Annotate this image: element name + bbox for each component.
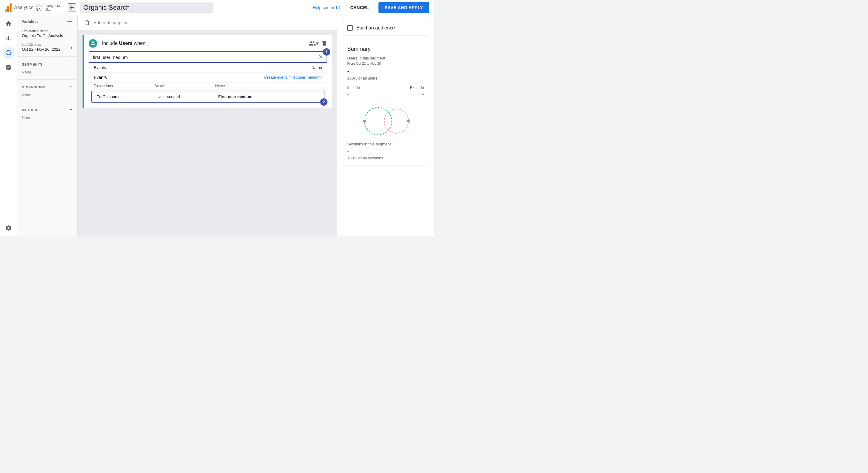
sessions-percent: 100% of all sessions	[347, 156, 424, 160]
variables-panel: Variables — Exploration Name: Organic Tr…	[17, 15, 78, 237]
events-section-label: Events	[94, 65, 106, 70]
metrics-section-header: METRICS +	[17, 105, 78, 115]
ga-bar-2	[7, 6, 9, 12]
svg-point-1	[365, 108, 392, 135]
sessions-section: Sessions in this segment - 100% of all s…	[347, 142, 424, 160]
include-section: Include Users when: ▾ ✕	[83, 35, 332, 108]
date-range-row: Last 30 days Oct 22 - Nov 20, 2022 ▾	[22, 43, 72, 52]
description-placeholder: Add a description	[93, 20, 129, 25]
ga-logo-area: Analytics GA4 - Google M... GA4 - G...	[5, 3, 63, 12]
header-actions: Help center CANCEL SAVE AND APPLY	[313, 2, 429, 13]
description-icon	[84, 20, 90, 26]
variables-title: Variables	[22, 20, 39, 23]
search-close-icon[interactable]: ✕	[318, 54, 323, 60]
exclude-value: -	[422, 91, 424, 98]
events-section-header: Events Name	[89, 63, 327, 72]
events-row[interactable]: Events Create event: "first user medium"	[89, 72, 327, 83]
dropdown-results: Events Name Events Create event: "first …	[89, 63, 327, 104]
ga-bar-1	[5, 9, 7, 12]
dimensions-label: DIMENSIONS	[22, 85, 45, 89]
segments-label: SEGMENTS	[22, 63, 42, 66]
traffic-source-category: Traffic source	[97, 94, 157, 99]
metrics-label: METRICS	[22, 108, 38, 112]
top-header: Analytics GA4 - Google M... GA4 - G... H…	[0, 0, 434, 15]
condition-search-input[interactable]	[93, 55, 318, 60]
date-range-section: Last 30 days Oct 22 - Nov 20, 2022 ▾	[17, 40, 78, 54]
search-input-wrapper: ✕ 1	[89, 51, 327, 63]
date-range-value: Oct 22 - Nov 20, 2022	[22, 47, 60, 52]
account-line2: GA4 - G...	[36, 8, 63, 11]
main-layout: Variables — Exploration Name: Organic Tr…	[0, 15, 434, 237]
back-button[interactable]	[68, 3, 76, 12]
main-content: Add a description Include Users when: ▾	[78, 15, 337, 237]
summary-title: Summary	[347, 46, 424, 52]
ga-bar-3	[10, 3, 11, 12]
help-center-link[interactable]: Help center	[313, 5, 341, 10]
dimensions-section-header: DIMENSIONS +	[17, 82, 78, 92]
back-arrow-icon	[68, 4, 75, 11]
scope-col-header: Scope	[154, 84, 215, 88]
segments-value: None	[17, 69, 78, 77]
nav-reports-icon[interactable]	[2, 32, 14, 44]
summary-box: Summary Users in this segment From Oct 2…	[342, 41, 429, 166]
add-dimension-icon[interactable]: +	[69, 84, 72, 90]
save-and-apply-button[interactable]: SAVE AND APPLY	[378, 2, 429, 13]
svg-point-2	[384, 109, 408, 133]
nav-explore-icon[interactable]	[2, 47, 14, 59]
include-header: Include Users when: ▾	[89, 39, 327, 48]
people-dropdown-button[interactable]: ▾	[309, 40, 319, 47]
users-percent: 100% of all users	[347, 76, 424, 81]
delete-condition-button[interactable]	[321, 40, 327, 47]
dimensions-col-headers: Dimensions Scope Name	[89, 83, 327, 90]
step-badge-1: 1	[323, 48, 330, 56]
nav-settings-icon[interactable]	[2, 222, 14, 234]
svg-point-3	[363, 120, 366, 123]
nav-advertising-icon[interactable]	[2, 61, 14, 73]
svg-point-4	[407, 120, 410, 123]
include-value: -	[347, 91, 349, 98]
traffic-source-scope: User-scoped	[157, 94, 218, 99]
add-metric-icon[interactable]: +	[69, 107, 72, 113]
ga-logo-bars	[5, 3, 11, 12]
add-segment-icon[interactable]: +	[69, 61, 72, 67]
create-event-link[interactable]: Create event: "first user medium"	[264, 75, 322, 80]
include-label: Include	[347, 85, 360, 90]
include-exclude-row: Include Exclude	[347, 85, 424, 90]
exploration-name-section: Exploration Name: Organic Traffic Analys…	[17, 27, 78, 40]
sessions-value: -	[347, 148, 424, 154]
segment-title-input[interactable]	[80, 2, 213, 13]
date-range-label: From Oct 22 to Nov 20	[347, 62, 424, 65]
svg-point-0	[6, 50, 10, 55]
venn-diagram	[347, 103, 424, 139]
segments-section-header: SEGMENTS +	[17, 59, 78, 69]
account-line1: GA4 - Google M...	[36, 4, 63, 8]
external-link-icon	[336, 5, 341, 10]
dimensions-col-header: Dimensions	[94, 84, 154, 88]
venn-svg	[355, 105, 416, 138]
dimension-name-col-header: Name	[215, 84, 322, 88]
search-autocomplete-container: ✕ 1 Events Name Events Create event: "fi…	[89, 51, 327, 104]
analytics-nav	[0, 15, 17, 237]
build-audience-checkbox[interactable]	[347, 25, 353, 31]
events-label: Events	[94, 75, 107, 80]
step-badge-2: 2	[320, 98, 328, 106]
collapse-icon[interactable]: —	[67, 19, 72, 24]
app-name: Analytics	[14, 5, 33, 10]
cancel-button[interactable]: CANCEL	[345, 3, 374, 12]
sessions-subtitle: Sessions in this segment	[347, 142, 424, 146]
metrics-value: None	[17, 115, 78, 122]
dimensions-value: None	[17, 92, 78, 99]
help-center-label: Help center	[313, 5, 335, 10]
include-exclude-values: - -	[347, 91, 424, 98]
include-title: Include Users when:	[102, 41, 147, 46]
traffic-source-row[interactable]: Traffic source User-scoped First user me…	[91, 91, 324, 102]
build-audience-label: Build an audience	[356, 25, 395, 31]
name-col-header: Name	[311, 65, 322, 70]
date-dropdown-icon[interactable]: ▾	[70, 45, 72, 50]
description-row: Add a description	[78, 15, 337, 30]
nav-home-icon[interactable]	[2, 18, 14, 30]
traffic-source-name: First user medium	[218, 94, 319, 99]
users-value: -	[347, 68, 424, 75]
exploration-label: Exploration Name:	[22, 29, 72, 33]
date-label: Last 30 days	[22, 43, 60, 47]
